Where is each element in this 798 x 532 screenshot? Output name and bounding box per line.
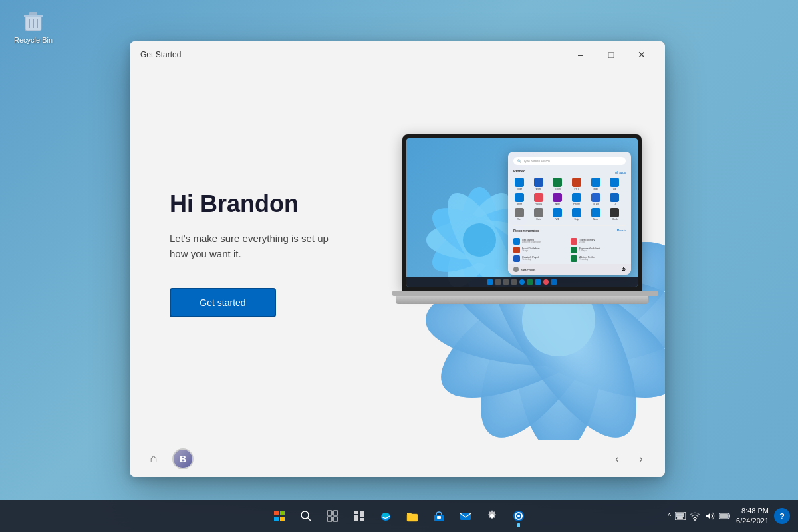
taskbar-store-button[interactable] — [427, 504, 451, 528]
recycle-bin-icon — [20, 7, 47, 33]
laptop-edge2-icon — [551, 279, 557, 285]
right-panel: 🔍 Type here to search Pinned All apps Ed… — [386, 68, 665, 440]
taskbar-settings-button[interactable] — [480, 504, 504, 528]
sm-app-phone: Phone — [571, 193, 583, 206]
tray-chevron[interactable]: ^ — [668, 513, 671, 520]
recycle-bin[interactable]: Recycle Bin — [13, 7, 53, 44]
taskbar-clock[interactable]: 8:48 PM 6/24/2021 — [736, 506, 769, 527]
laptop-win-icon — [487, 279, 493, 285]
laptop-taskview-icon — [503, 279, 509, 285]
svg-rect-70 — [680, 513, 682, 515]
svg-point-66 — [517, 515, 520, 517]
sm-user-name: Sara Phillips — [521, 268, 535, 271]
sm-app-word: Word — [533, 178, 545, 191]
taskbar-mail-button[interactable] — [454, 504, 477, 528]
mail-icon — [459, 509, 472, 523]
clock-time: 8:48 PM — [741, 506, 769, 516]
get-started-icon — [512, 509, 525, 523]
footer-next-button[interactable]: › — [630, 448, 652, 469]
active-indicator — [517, 524, 520, 527]
svg-rect-61 — [460, 513, 471, 520]
get-started-button[interactable]: Get started — [170, 288, 276, 317]
sm-rec-item-5: Quarterly PayrollYesterday — [513, 255, 569, 262]
window-content: Hi Brandon Let's make sure everything is… — [130, 68, 665, 440]
footer-avatar[interactable]: B — [172, 448, 194, 469]
sm-app-linkedin: LI — [608, 193, 620, 206]
task-view-icon — [327, 510, 338, 522]
svg-marker-78 — [706, 513, 710, 519]
svg-rect-60 — [437, 516, 441, 519]
taskbar-widgets-button[interactable] — [347, 504, 371, 528]
laptop-hinge — [392, 291, 658, 296]
taskbar-edge-button[interactable] — [374, 504, 398, 528]
sm-apps-grid: Edge Word Excel PPT Mail Cal Store Photo… — [513, 178, 626, 221]
edge-icon — [379, 509, 392, 523]
sm-rec-item-2: Travel Itinerary2h ago — [571, 238, 626, 245]
store-icon — [432, 509, 446, 523]
taskbar-center — [267, 504, 531, 528]
volume-icon — [704, 511, 715, 521]
laptop-files-icon — [527, 279, 533, 285]
window-footer: ⌂ B ‹ › — [130, 440, 665, 477]
minimize-button[interactable]: – — [565, 44, 596, 65]
sm-pinned-label: Pinned — [513, 169, 525, 173]
footer-navigation: ‹ › — [606, 448, 652, 469]
window-title: Get Started — [140, 50, 181, 59]
svg-rect-50 — [333, 517, 338, 521]
maximize-button[interactable]: □ — [596, 44, 626, 65]
search-icon — [300, 510, 312, 522]
sm-app-settings: Set — [513, 208, 525, 221]
laptop-mockup: 🔍 Type here to search Pinned All apps Ed… — [392, 134, 652, 321]
svg-rect-15 — [29, 12, 37, 15]
keyboard-icon — [675, 512, 686, 520]
footer-left: ⌂ B — [143, 448, 194, 469]
svg-rect-68 — [676, 513, 678, 515]
left-panel: Hi Brandon Let's make sure everything is… — [130, 68, 386, 440]
laptop-base — [396, 296, 648, 304]
laptop-edge-icon — [519, 279, 525, 285]
sm-recommended-label: Recommended — [513, 229, 539, 233]
title-bar: Get Started – □ ✕ — [130, 41, 665, 68]
sm-app-store: Store — [513, 193, 525, 206]
taskbar-start-button[interactable] — [267, 504, 291, 528]
greeting-text: Hi Brandon — [170, 190, 346, 218]
start-menu-mini: 🔍 Type here to search Pinned All apps Ed… — [508, 152, 631, 275]
svg-rect-69 — [678, 513, 680, 515]
svg-rect-73 — [678, 515, 680, 517]
svg-rect-76 — [677, 517, 683, 519]
taskbar-getstarted-button[interactable] — [507, 504, 531, 528]
taskbar-explorer-button[interactable] — [400, 504, 424, 528]
wifi-icon — [690, 511, 700, 521]
sm-move-label: Move > — [617, 229, 626, 235]
taskbar-search-button[interactable] — [294, 504, 318, 528]
sm-app-photos: Photos — [533, 193, 545, 206]
sm-footer: Sara Phillips ⏻ — [508, 264, 631, 275]
taskbar: ^ — [0, 500, 798, 532]
recycle-bin-label: Recycle Bin — [14, 36, 53, 44]
taskbar-right: ^ — [668, 506, 790, 527]
get-started-window: Get Started – □ ✕ Hi Brandon Let's make … — [130, 41, 665, 477]
svg-rect-74 — [680, 515, 682, 517]
svg-point-44 — [463, 223, 496, 257]
sm-power-icon: ⏻ — [622, 267, 626, 271]
taskbar-taskview-button[interactable] — [321, 504, 344, 528]
sm-user-avatar — [513, 267, 519, 272]
notification-button[interactable]: ? — [774, 508, 790, 524]
sm-app-movies: Mov — [590, 208, 602, 221]
sm-app-mail: Mail — [590, 178, 602, 191]
laptop-screen-outer: 🔍 Type here to search Pinned All apps Ed… — [402, 134, 642, 291]
sm-app-onenote: Note — [551, 193, 563, 206]
footer-home-button[interactable]: ⌂ — [143, 448, 164, 469]
sm-app-clock: Clock — [608, 208, 620, 221]
laptop-taskbar — [406, 277, 638, 287]
widgets-icon — [353, 510, 365, 522]
subtitle-text: Let's make sure everything is set up how… — [170, 231, 346, 261]
footer-prev-button[interactable]: ‹ — [606, 448, 628, 469]
sm-app-snipping: Snip — [571, 208, 583, 221]
sm-rec-item-6: Adatum ProfileYesterday — [571, 255, 626, 262]
sm-user-info: Sara Phillips — [513, 267, 535, 272]
svg-rect-71 — [682, 513, 684, 515]
laptop-store2-icon — [535, 279, 541, 285]
svg-line-46 — [308, 518, 311, 521]
close-button[interactable]: ✕ — [626, 44, 657, 65]
